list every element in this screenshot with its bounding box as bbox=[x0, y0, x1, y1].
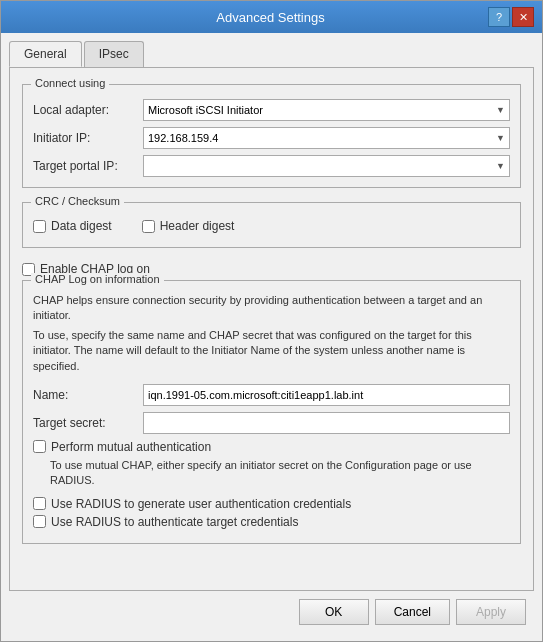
initiator-ip-value: 192.168.159.4 bbox=[148, 132, 218, 144]
title-bar-buttons: ? ✕ bbox=[488, 7, 534, 27]
target-portal-ip-dropdown[interactable]: ▼ bbox=[143, 155, 510, 177]
tab-general[interactable]: General bbox=[9, 41, 82, 67]
local-adapter-arrow: ▼ bbox=[496, 105, 505, 115]
mutual-auth-checkbox[interactable] bbox=[33, 440, 46, 453]
chap-section: Enable CHAP log on CHAP Log on informati… bbox=[22, 258, 521, 544]
connect-using-group: Connect using Local adapter: Microsoft i… bbox=[22, 84, 521, 188]
header-digest-checkbox[interactable] bbox=[142, 220, 155, 233]
window-body: General IPsec Connect using Local adapte… bbox=[1, 33, 542, 641]
target-portal-ip-arrow: ▼ bbox=[496, 161, 505, 171]
chap-secret-row: Target secret: bbox=[33, 412, 510, 434]
tab-content-general: Connect using Local adapter: Microsoft i… bbox=[9, 67, 534, 591]
mutual-auth-info: To use mutual CHAP, either specify an in… bbox=[33, 458, 510, 489]
local-adapter-value: Microsoft iSCSI Initiator bbox=[148, 104, 263, 116]
data-digest-row: Data digest bbox=[33, 219, 112, 233]
initiator-ip-arrow: ▼ bbox=[496, 133, 505, 143]
local-adapter-control: Microsoft iSCSI Initiator ▼ bbox=[143, 99, 510, 121]
radius-checkbox2[interactable] bbox=[33, 515, 46, 528]
header-digest-label: Header digest bbox=[160, 219, 235, 233]
help-button[interactable]: ? bbox=[488, 7, 510, 27]
initiator-ip-control: 192.168.159.4 ▼ bbox=[143, 127, 510, 149]
initiator-ip-row: Initiator IP: 192.168.159.4 ▼ bbox=[33, 127, 510, 149]
target-portal-ip-label: Target portal IP: bbox=[33, 159, 143, 173]
radius-row2: Use RADIUS to authenticate target creden… bbox=[33, 515, 510, 529]
radius-label1: Use RADIUS to generate user authenticati… bbox=[51, 497, 351, 511]
chap-info-text2: To use, specify the same name and CHAP s… bbox=[33, 328, 510, 374]
tab-bar: General IPsec bbox=[9, 41, 534, 67]
crc-group: CRC / Checksum Data digest Header digest bbox=[22, 202, 521, 248]
data-digest-label: Data digest bbox=[51, 219, 112, 233]
window-title: Advanced Settings bbox=[53, 10, 488, 25]
chap-name-label: Name: bbox=[33, 388, 143, 402]
close-button[interactable]: ✕ bbox=[512, 7, 534, 27]
radius-checkbox1[interactable] bbox=[33, 497, 46, 510]
initiator-ip-label: Initiator IP: bbox=[33, 131, 143, 145]
title-bar: Advanced Settings ? ✕ bbox=[1, 1, 542, 33]
ok-button[interactable]: OK bbox=[299, 599, 369, 625]
chap-logon-group: CHAP Log on information CHAP helps ensur… bbox=[22, 280, 521, 544]
chap-name-row: Name: bbox=[33, 384, 510, 406]
tab-ipsec[interactable]: IPsec bbox=[84, 41, 144, 67]
apply-button[interactable]: Apply bbox=[456, 599, 526, 625]
bottom-buttons: OK Cancel Apply bbox=[9, 591, 534, 633]
local-adapter-row: Local adapter: Microsoft iSCSI Initiator… bbox=[33, 99, 510, 121]
radius-label2: Use RADIUS to authenticate target creden… bbox=[51, 515, 298, 529]
chap-logon-title: CHAP Log on information bbox=[31, 273, 164, 285]
chap-name-input[interactable] bbox=[143, 384, 510, 406]
data-digest-checkbox[interactable] bbox=[33, 220, 46, 233]
cancel-button[interactable]: Cancel bbox=[375, 599, 450, 625]
chap-secret-label: Target secret: bbox=[33, 416, 143, 430]
mutual-auth-row: Perform mutual authentication bbox=[33, 440, 510, 454]
chap-secret-input[interactable] bbox=[143, 412, 510, 434]
initiator-ip-dropdown[interactable]: 192.168.159.4 ▼ bbox=[143, 127, 510, 149]
radius-row1: Use RADIUS to generate user authenticati… bbox=[33, 497, 510, 511]
crc-title: CRC / Checksum bbox=[31, 195, 124, 207]
local-adapter-dropdown[interactable]: Microsoft iSCSI Initiator ▼ bbox=[143, 99, 510, 121]
connect-using-title: Connect using bbox=[31, 77, 109, 89]
mutual-auth-label: Perform mutual authentication bbox=[51, 440, 211, 454]
header-digest-row: Header digest bbox=[142, 219, 235, 233]
local-adapter-label: Local adapter: bbox=[33, 103, 143, 117]
target-portal-ip-control: ▼ bbox=[143, 155, 510, 177]
target-portal-ip-row: Target portal IP: ▼ bbox=[33, 155, 510, 177]
crc-row: Data digest Header digest bbox=[33, 215, 510, 237]
chap-info-text1: CHAP helps ensure connection security by… bbox=[33, 293, 510, 324]
advanced-settings-window: Advanced Settings ? ✕ General IPsec Conn… bbox=[0, 0, 543, 642]
